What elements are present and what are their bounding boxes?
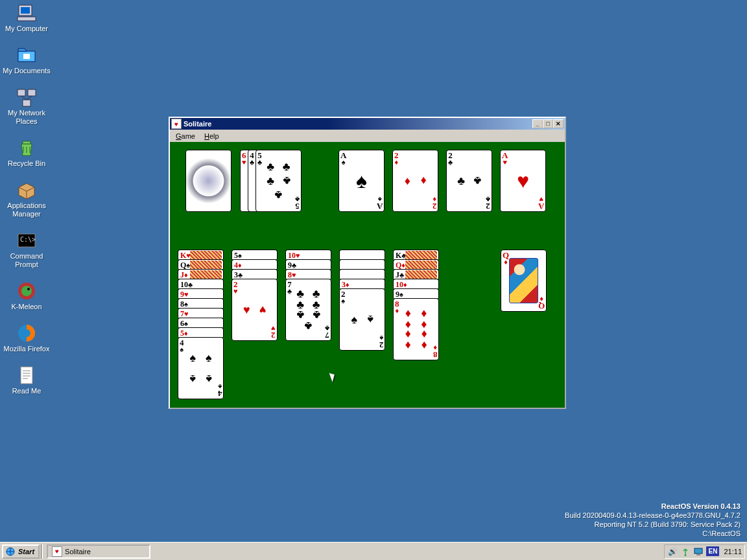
card-3♦[interactable]: 3♦	[339, 279, 385, 288]
card-hidden[interactable]	[339, 269, 385, 279]
card-8♥[interactable]: 8♥	[285, 269, 331, 279]
tableau-pile-7[interactable]: Q♦Q♦	[501, 250, 547, 312]
card-A♠[interactable]: A♠♠A♠	[338, 150, 385, 212]
stock-pile[interactable]	[185, 150, 231, 212]
svg-point-11	[21, 286, 32, 296]
desktop-icon-label: Command Prompt	[3, 252, 51, 269]
card-Q♠[interactable]: Q♠	[178, 259, 224, 269]
taskbar-item-label: Solitaire	[65, 548, 91, 555]
menu-help[interactable]: Help	[200, 132, 224, 141]
card-9♣[interactable]: 9♣	[285, 259, 331, 269]
minimize-button[interactable]: _	[532, 119, 543, 128]
desktop-icon-box[interactable]: Applications Manager	[3, 180, 51, 218]
svg-rect-6	[23, 100, 30, 106]
reactos-logo-icon	[5, 546, 16, 557]
desktop-icon-label: Mozilla Firefox	[4, 345, 50, 353]
clock[interactable]: 21:11	[724, 548, 742, 555]
svg-point-17	[685, 554, 687, 556]
folder-icon	[16, 45, 37, 65]
taskbar-item-solitaire[interactable]: ♥ Solitaire	[47, 544, 150, 559]
card-5♣[interactable]: 5♣♣♣♣♣♣5♣	[255, 150, 302, 212]
tableau-pile-2[interactable]: 5♠4♦3♣2♥♥♥2♥	[231, 250, 278, 341]
menubar: Game Help	[170, 130, 565, 142]
start-label: Start	[18, 548, 34, 555]
desktop-icon[interactable]	[693, 546, 704, 557]
card-5♦[interactable]: 5♦	[178, 327, 224, 337]
desktop-icon-kmeleon[interactable]: K-Meleon	[3, 281, 51, 311]
close-button[interactable]: ✕	[553, 119, 563, 128]
desktop-icon-label: Read Me	[12, 387, 42, 395]
card-hidden[interactable]	[339, 259, 385, 269]
usb-icon[interactable]	[680, 546, 691, 557]
card-10♥[interactable]: 10♥	[285, 250, 331, 259]
card-5♠[interactable]: 5♠	[231, 250, 278, 259]
menu-game[interactable]: Game	[171, 132, 200, 141]
card-8♠[interactable]: 8♠	[178, 298, 224, 308]
card-8♦[interactable]: 8♦♦♦♦♦♦♦♦♦8♦	[393, 298, 439, 360]
card-4♦[interactable]: 4♦	[231, 259, 278, 269]
desktop-icon-network[interactable]: My Network Places	[3, 87, 51, 126]
desktop-icon-label: My Computer	[5, 25, 48, 33]
card-4♠[interactable]: 4♠♠♠♠♠4♠	[178, 337, 224, 399]
solitaire-icon: ♥	[52, 546, 62, 557]
desktop-icon-terminal[interactable]: C:\>Command Prompt	[3, 230, 51, 269]
card-2♣[interactable]: 2♣♣♣2♣	[446, 150, 492, 212]
svg-point-12	[27, 288, 30, 290]
watermark-line2: Build 20200409-0.4.13-release-0-g4ee3778…	[565, 511, 741, 520]
svg-rect-3	[23, 54, 30, 59]
desktop-icon-label: My Network Places	[3, 109, 51, 126]
card-back[interactable]	[185, 150, 231, 212]
desktop-icon-textfile[interactable]: Read Me	[3, 365, 51, 395]
network-icon	[16, 87, 37, 108]
recycle-icon	[16, 137, 37, 158]
card-2♦[interactable]: 2♦♦♦2♦	[392, 150, 438, 212]
desktop-icon-label: Applications Manager	[3, 202, 51, 218]
card-7♥[interactable]: 7♥	[178, 308, 224, 318]
card-9♠[interactable]: 9♠	[393, 288, 439, 298]
card-K♣[interactable]: K♣	[393, 250, 439, 259]
card-hidden[interactable]	[339, 250, 385, 259]
foundation-4[interactable]: A♥♥A♥	[500, 150, 546, 212]
svg-rect-19	[696, 554, 700, 555]
card-6♠[interactable]: 6♠	[178, 318, 224, 327]
card-7♣[interactable]: 7♣♣♣♣♣♣♣♣7♣	[285, 279, 331, 341]
desktop-icon-recycle[interactable]: Recycle Bin	[3, 137, 51, 168]
svg-rect-5	[28, 89, 36, 96]
maximize-button[interactable]: □	[543, 119, 553, 128]
card-9♥[interactable]: 9♥	[178, 288, 224, 298]
taskbar-divider	[41, 544, 43, 559]
start-button[interactable]: Start	[2, 544, 40, 559]
textfile-icon	[16, 365, 37, 386]
foundation-2[interactable]: 2♦♦♦2♦	[392, 150, 438, 212]
card-10♣[interactable]: 10♣	[178, 279, 224, 288]
tableau-pile-1[interactable]: K♥Q♠J♦10♣9♥8♠7♥6♠5♦4♠♠♠♠♠4♠	[178, 250, 224, 399]
card-Q♦[interactable]: Q♦	[393, 259, 439, 269]
window-title: Solitaire	[184, 120, 211, 128]
desktop-icon-firefox[interactable]: Mozilla Firefox	[3, 323, 51, 353]
box-icon	[16, 180, 37, 200]
card-J♦[interactable]: J♦	[178, 269, 224, 279]
card-3♣[interactable]: 3♣	[231, 269, 278, 279]
desktop-icon-folder[interactable]: My Documents	[3, 45, 51, 75]
card-A♥[interactable]: A♥♥A♥	[500, 150, 546, 212]
volume-icon[interactable]: 🔊	[667, 546, 678, 557]
foundation-1[interactable]: A♠♠A♠	[338, 150, 385, 212]
waste-pile[interactable]: 6♥♥♥♥♥♥♥6♥4♣♣♣♣♣4♣5♣♣♣♣♣♣5♣	[240, 150, 302, 212]
card-K♥[interactable]: K♥	[178, 250, 224, 259]
card-J♣[interactable]: J♣	[393, 269, 439, 279]
foundation-3[interactable]: 2♣♣♣2♣	[446, 150, 492, 212]
svg-rect-4	[18, 89, 25, 96]
card-2♠[interactable]: 2♠♠♠2♠	[339, 288, 385, 351]
tableau-pile-3[interactable]: 10♥9♣8♥7♣♣♣♣♣♣♣♣7♣	[285, 250, 331, 341]
terminal-icon: C:\>	[16, 230, 37, 251]
svg-rect-2	[18, 17, 36, 21]
card-2♥[interactable]: 2♥♥♥2♥	[231, 279, 278, 341]
desktop-icon-computer[interactable]: My Computer	[3, 3, 51, 33]
card-10♦[interactable]: 10♦	[393, 279, 439, 288]
tableau-pile-5[interactable]: K♣Q♦J♣10♦9♠8♦♦♦♦♦♦♦♦♦8♦	[393, 250, 439, 360]
titlebar[interactable]: ♥ Solitaire _ □ ✕	[170, 118, 565, 130]
tableau-pile-4[interactable]: 3♦2♠♠♠2♠	[339, 250, 385, 351]
solitaire-window[interactable]: ♥ Solitaire _ □ ✕ Game Help 6♥♥♥♥♥♥♥6♥4♣…	[169, 117, 566, 409]
language-indicator[interactable]: EN	[706, 546, 719, 556]
card-Q♦[interactable]: Q♦Q♦	[501, 250, 547, 312]
